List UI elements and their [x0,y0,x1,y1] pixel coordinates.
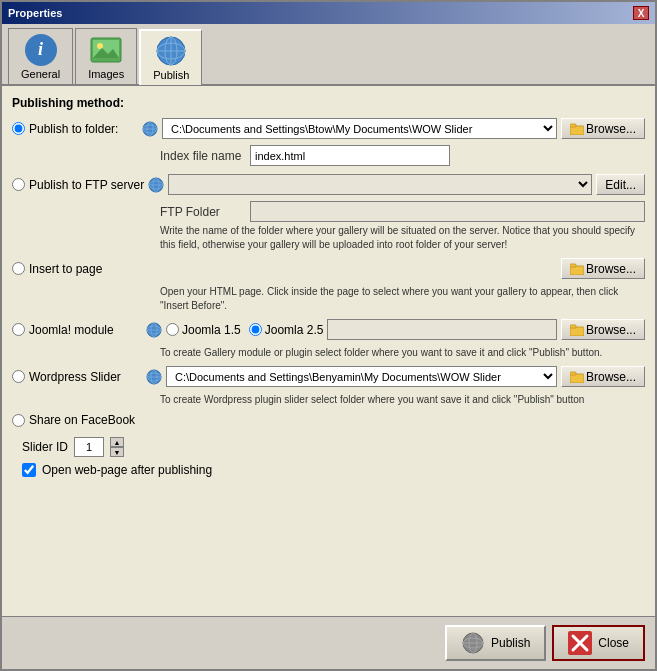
globe-icon-wordpress [146,369,162,385]
index-file-input[interactable] [250,145,450,166]
wordpress-path-select[interactable]: C:\Documents and Settings\Benyamin\My Do… [166,366,557,387]
publish-to-ftp-row: Publish to FTP server Edit... [12,174,645,195]
footer: Publish Close [2,616,655,669]
ftp-note: Write the name of the folder where your … [160,224,640,252]
publish-to-folder-browse-button[interactable]: Browse... [561,118,645,139]
insert-to-page-row: Insert to page Browse... [12,258,645,279]
tab-images[interactable]: Images [75,28,137,84]
folder-icon-wordpress [570,371,584,383]
svg-rect-20 [570,264,576,267]
svg-rect-32 [570,372,576,375]
publish-button[interactable]: Publish [445,625,546,661]
open-webpage-row: Open web-page after publishing [22,463,645,477]
slider-id-input[interactable] [74,437,104,457]
publish-to-folder-radio[interactable] [12,122,25,135]
insert-to-page-browse-button[interactable]: Browse... [561,258,645,279]
ftp-folder-row: FTP Folder [160,201,645,222]
slider-id-row: Slider ID ▲ ▼ [22,437,645,457]
insert-to-page-label[interactable]: Insert to page [12,262,142,276]
ftp-folder-label: FTP Folder [160,205,250,219]
publish-button-label: Publish [491,636,530,650]
joomla-module-label[interactable]: Joomla! module [12,323,142,337]
svg-rect-14 [570,124,576,127]
window-close-button[interactable]: X [633,6,649,20]
tab-publish[interactable]: Publish [139,29,202,85]
ftp-folder-input[interactable] [250,201,645,222]
svg-rect-26 [570,325,576,328]
tab-general[interactable]: i General [8,28,73,84]
publish-to-folder-row: Publish to folder: C:\Documents and Sett… [12,118,645,139]
folder-icon-insert [570,263,584,275]
close-button-icon [568,631,592,655]
close-button[interactable]: Close [552,625,645,661]
publish-to-folder-path[interactable]: C:\Documents and Settings\Btow\My Docume… [162,118,557,139]
spinner-up-button[interactable]: ▲ [110,437,124,447]
insert-to-page-radio[interactable] [12,262,25,275]
joomla-folder-input[interactable] [327,319,557,340]
globe-icon-joomla [146,322,162,338]
joomla-module-row: Joomla! module Joomla 1.5 Joomla 2.5 [12,319,645,340]
publish-tab-icon [155,35,187,67]
title-bar: Properties X [2,2,655,24]
wordpress-note: To create Wordpress plugin slider select… [160,393,640,407]
tab-publish-label: Publish [153,69,189,81]
globe-icon-folder [142,121,158,137]
joomla-module-radio[interactable] [12,323,25,336]
general-tab-icon: i [25,34,57,66]
wordpress-slider-radio[interactable] [12,370,25,383]
joomla25-radio-label[interactable]: Joomla 2.5 [249,323,324,337]
index-file-label: Index file name [160,149,250,163]
tab-bar: i General Images [2,24,655,86]
content-area: Publishing method: Publish to folder: C:… [2,86,655,616]
window-title: Properties [8,7,62,19]
close-button-label: Close [598,636,629,650]
joomla-browse-button[interactable]: Browse... [561,319,645,340]
ftp-edit-button[interactable]: Edit... [596,174,645,195]
slider-id-spinner: ▲ ▼ [110,437,124,457]
wordpress-browse-button[interactable]: Browse... [561,366,645,387]
open-webpage-label: Open web-page after publishing [42,463,212,477]
publish-button-icon [461,631,485,655]
share-facebook-row: Share on FaceBook [12,413,645,427]
joomla-note: To create Gallery module or plugin selec… [160,346,640,360]
slider-id-label: Slider ID [22,440,68,454]
folder-icon [570,123,584,135]
tab-images-label: Images [88,68,124,80]
share-facebook-label[interactable]: Share on FaceBook [12,413,142,427]
spinner-down-button[interactable]: ▼ [110,447,124,457]
tab-general-label: General [21,68,60,80]
globe-icon-ftp [148,177,164,193]
main-window: Properties X i General Images [0,0,657,671]
joomla15-radio-label[interactable]: Joomla 1.5 [166,323,241,337]
images-tab-icon [90,34,122,66]
index-file-row: Index file name [160,145,645,166]
insert-to-page-note: Open your HTML page. Click inside the pa… [160,285,640,313]
publish-to-folder-label[interactable]: Publish to folder: [12,122,142,136]
joomla15-radio[interactable] [166,323,179,336]
wordpress-slider-label[interactable]: Wordpress Slider [12,370,142,384]
share-facebook-radio[interactable] [12,414,25,427]
publish-to-ftp-label[interactable]: Publish to FTP server [12,178,144,192]
publishing-method-title: Publishing method: [12,96,645,110]
ftp-server-select[interactable] [168,174,592,195]
folder-icon-joomla [570,324,584,336]
open-webpage-checkbox[interactable] [22,463,36,477]
wordpress-slider-row: Wordpress Slider C:\Documents and Settin… [12,366,645,387]
joomla25-radio[interactable] [249,323,262,336]
publish-to-ftp-radio[interactable] [12,178,25,191]
